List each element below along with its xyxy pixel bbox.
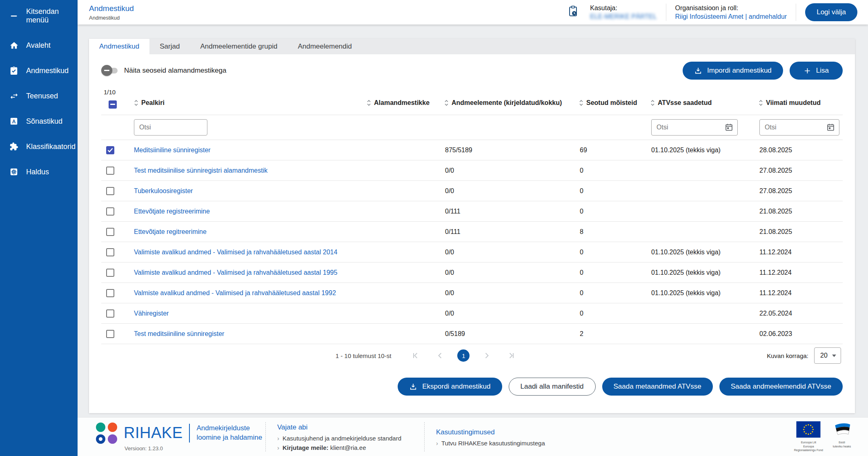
export-datasets-button[interactable]: Ekspordi andmestikud [398,378,502,396]
show-sub-datasets-toggle[interactable] [103,68,118,73]
dataset-title-link[interactable]: Ettevõtjate regitreerimine [134,228,207,235]
column-header-viimati-muudetud[interactable]: Viimati muudetud [759,90,843,107]
page-size-select[interactable]: 20 [814,347,841,364]
terms-link[interactable]: › Tutvu RIHAKEse kasutustingimustega [436,440,571,447]
download-manifests-button[interactable]: Laadi alla manifestid [509,378,596,396]
org-role-link[interactable]: Riigi Infosüsteemi Amet | andmehaldur [675,13,787,20]
chevron-right-icon: › [277,444,279,451]
title-filter-input[interactable] [134,119,207,136]
data-elements-cell: 0/0 [444,310,579,317]
send-metadata-atv-button[interactable]: Saada metaandmed ATVsse [602,378,713,396]
row-checkbox[interactable] [106,146,114,154]
sidebar-item-klassifikaatorid[interactable]: Klassifikaatorid [0,134,78,159]
table-toolbar: Näita seoseid alamandmestikega Impordi a… [101,54,843,85]
chevron-down-icon [832,354,836,357]
dataset-title-link[interactable]: Meditsiiniline sünniregister [134,147,211,153]
last-page-button[interactable] [504,350,519,361]
row-checkbox[interactable] [106,330,114,338]
modified-cell: 11.12.2024 [759,269,843,276]
atv-sent-cell: 01.10.2025 (tekkis viga) [650,147,759,154]
dataset-title-link[interactable]: Valimiste avalikud andmed - Valimised ja… [134,249,337,256]
dataset-title-link[interactable]: Valmiste avalikud andmed - Valimised ja … [134,289,336,296]
dataset-title-link[interactable]: Ettevõtjate registreerimine [134,208,210,215]
help-link-contact[interactable]: › Kirjutage meile: klient@ria.ee [277,444,424,451]
sidebar-item-sonastikud[interactable]: A Sõnastikud [0,109,78,134]
clipboard-clock-icon[interactable] [568,5,579,19]
import-datasets-button[interactable]: Impordi andmestikud [683,62,783,80]
contact-email-link[interactable]: klient@ria.ee [330,444,366,451]
tab-sarjad[interactable]: Sarjad [149,39,190,54]
select-all-checkbox[interactable] [109,100,117,109]
next-page-button[interactable] [479,350,494,361]
row-checkbox[interactable] [106,207,114,216]
column-header-pealkiri[interactable]: Pealkiri [130,90,367,107]
table-row: Ettevõtjate registreerimine 0/111 0 21.0… [101,201,843,222]
download-icon [409,383,417,391]
row-checkbox[interactable] [106,289,114,297]
brand-name: RIHAKE [124,424,183,442]
atv-sent-cell: 01.10.2025 (tekkis viga) [650,249,759,256]
sidebar-item-avaleht[interactable]: Avaleht [0,33,78,58]
calendar-icon[interactable] [725,123,733,133]
column-header-alamandmestikke[interactable]: Alamandmestikke [367,90,444,107]
dataset-title-link[interactable]: Test meditsiiniline sünniregister [134,330,224,337]
collapse-menu-button[interactable]: Kitsendan menüü [0,4,78,28]
dataset-title-link[interactable]: Tuberkuloosiregister [134,187,193,194]
tab-andmeelemendid[interactable]: Andmeelemendid [287,39,362,54]
footer-logos: Euroopa Liit Euroopa Regionaalarengu Fon… [794,421,852,452]
terms-section: Kasutustingimused › Tutvu RIHAKEse kasut… [436,427,571,447]
footer-divider [424,422,425,452]
footer-divider [265,422,266,452]
data-elements-cell: 0/0 [444,167,579,174]
sidebar-item-andmestikud[interactable]: Andmestikud [0,58,78,83]
previous-page-button[interactable] [433,350,447,361]
row-checkbox[interactable] [106,309,114,318]
current-page-button[interactable]: 1 [457,349,470,362]
org-label: Organisatsioon ja roll: [675,4,787,12]
sidebar-item-teenused[interactable]: Teenused [0,83,78,109]
column-header-seotud-moisteid[interactable]: Seotud mõisteid [579,90,650,107]
data-elements-cell: 875/5189 [444,147,579,154]
column-header-andmeelemente[interactable]: Andmeelemente (kirjeldatud/kokku) [444,90,579,107]
minus-icon [9,11,19,21]
dataset-title-link[interactable]: Test meditsiinilise sünniregistri alaman… [134,167,267,174]
clipboard-check-icon [9,66,19,76]
toggle-label: Näita seoseid alamandmestikega [124,67,226,75]
user-block: Kasutaja: ELE-MERIKE PÄRTEL [590,4,657,20]
sidebar-item-haldus[interactable]: Haldus [0,159,78,185]
first-page-button[interactable] [408,350,423,361]
content-area: Andmestikud Sarjad Andmeelementide grupi… [78,24,868,417]
data-elements-cell: 0/0 [444,289,579,297]
column-header-atvsse-saadetud[interactable]: ATVsse saadetud [650,90,759,107]
table-header: 1/10 Pealkiri Alamandmestikke [101,85,843,115]
sort-icon [579,100,583,106]
help-title[interactable]: Vajate abi [277,423,424,432]
collapse-menu-label: Kitsendan menüü [26,7,78,24]
eu-flag-block: Euroopa Liit Euroopa Regionaalarengu Fon… [794,421,823,452]
dataset-title-link[interactable]: Valimiste avalikud andmed - Valimised ja… [134,269,337,276]
sort-icon [134,100,138,106]
row-checkbox[interactable] [106,167,114,175]
table-row: Valimiste avalikud andmed - Valimised ja… [101,262,843,283]
tab-andmeelementide-grupid[interactable]: Andmeelementide grupid [190,39,287,54]
modified-cell: 21.08.2025 [759,208,843,215]
concepts-cell: 2 [579,330,650,338]
row-checkbox[interactable] [106,187,114,195]
tab-andmestikud[interactable]: Andmestikud [89,39,149,54]
row-checkbox[interactable] [106,228,114,236]
logout-button[interactable]: Logi välja [805,3,857,21]
dataset-title-link[interactable]: Vähiregister [134,310,169,317]
eu-flag-caption: Euroopa Liit Euroopa Regionaalarengu Fon… [794,440,823,452]
puzzle-icon [9,142,19,151]
table-row: Valmiste avalikud andmed - Valimised ja … [101,283,843,303]
send-elements-atv-button[interactable]: Saada andmeelemendid ATVsse [719,378,843,396]
selection-count: 1/10 [104,89,130,96]
row-checkbox[interactable] [106,248,114,256]
data-elements-cell: 0/0 [444,249,579,256]
calendar-icon[interactable] [826,123,835,133]
add-button[interactable]: Lisa [790,62,843,80]
row-checkbox[interactable] [106,269,114,277]
terms-title[interactable]: Kasutustingimused [436,428,571,436]
pagination: 1 - 10 tulemust 10-st 1 [101,344,843,367]
help-link-manual[interactable]: › Kasutusjuhend ja andmekirjelduse stand… [277,435,424,442]
